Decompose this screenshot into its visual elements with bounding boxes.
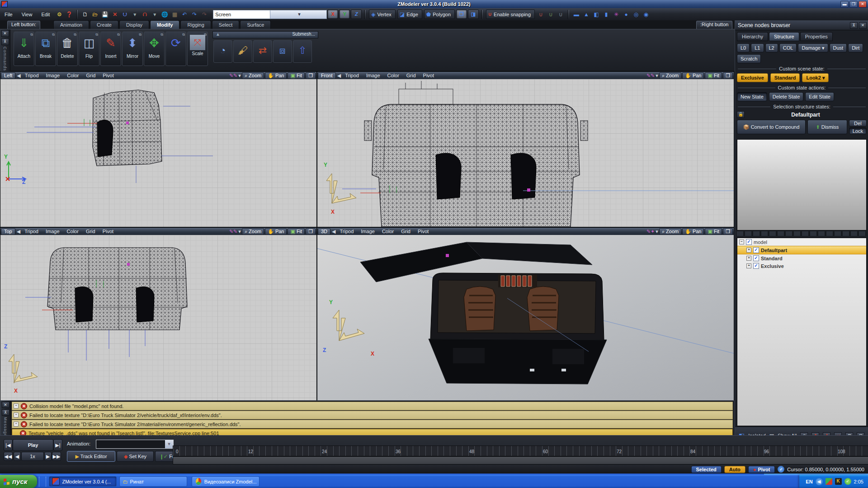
expand-corner-icon[interactable]: ⧉ xyxy=(30,33,33,37)
open-folder-icon[interactable]: 🗁 xyxy=(90,10,99,19)
collapse-group-icon[interactable]: ▲ xyxy=(216,32,220,37)
message-row[interactable]: + ✕ Collision model file "model.pmc" not… xyxy=(12,402,733,410)
state-exclusive-button[interactable]: Exclusive xyxy=(737,73,768,82)
start-button[interactable]: пуск xyxy=(0,475,37,488)
close-panel-icon[interactable]: ✕ xyxy=(2,402,9,408)
maximize-viewport-icon[interactable]: ❒ xyxy=(306,228,316,235)
visibility-checkbox[interactable]: ✓ xyxy=(746,239,752,245)
edit-state-button[interactable]: Edit State xyxy=(805,92,834,101)
fit-tool-button[interactable]: ▣Fit xyxy=(705,72,722,79)
animation-select[interactable]: ▾ xyxy=(96,440,174,449)
collapse-icon[interactable]: ◀ xyxy=(17,73,20,79)
draw-mode-icons[interactable]: ✎✎ xyxy=(229,73,237,79)
settings-icon[interactable]: ⚙ xyxy=(55,10,64,19)
screen-select[interactable]: Screen ▾ xyxy=(213,10,327,19)
tree-row-standard[interactable]: + ✓ Standard xyxy=(737,254,866,262)
submesh-group-header[interactable]: ▲Submesh... xyxy=(212,31,318,38)
draw-mode-icons[interactable]: ✎✎ xyxy=(229,229,237,235)
speed-down-button[interactable]: ◀ xyxy=(14,452,21,461)
close-panel-icon[interactable]: ✕ xyxy=(859,22,867,29)
tripod-menu[interactable]: Tripod xyxy=(342,73,362,78)
expand-corner-icon[interactable]: ⧉ xyxy=(52,33,55,37)
state-standard-button[interactable]: Standard xyxy=(770,73,800,82)
draw-mode-dropdown-icon[interactable]: ▾ xyxy=(656,229,658,235)
quick-launch-separator[interactable] xyxy=(39,477,46,487)
submesh-surface-button[interactable]: ◔ xyxy=(213,40,232,63)
close-panel-icon[interactable]: ✕ xyxy=(1,30,9,37)
go-to-start-button[interactable]: |◀ xyxy=(4,439,13,451)
globe-icon[interactable]: 🌐 xyxy=(160,10,169,19)
pivot-mode-button[interactable]: ●Pivot xyxy=(748,466,775,473)
tab-animation[interactable]: Animation xyxy=(53,20,89,29)
speed-down-fast-button[interactable]: ◀◀ xyxy=(4,452,13,461)
snap-edge-magnet-icon[interactable]: ∪ xyxy=(546,10,555,19)
save-icon[interactable]: 💾 xyxy=(100,10,109,19)
new-state-button[interactable]: New State xyxy=(737,92,767,101)
submesh-detach-button[interactable]: ⇄ xyxy=(253,40,272,63)
image-menu[interactable]: Image xyxy=(363,73,383,78)
task-folder-rinat[interactable]: 🗀 Ринат xyxy=(119,476,187,487)
grid-menu[interactable]: Grid xyxy=(83,73,99,78)
primitive-geosphere-icon[interactable]: ◉ xyxy=(642,10,651,19)
color-menu[interactable]: Color xyxy=(379,229,397,234)
unlock-icon[interactable]: 🔓 xyxy=(737,111,745,118)
grid-menu[interactable]: Grid xyxy=(403,73,419,78)
export-icon[interactable]: ⮉ xyxy=(140,10,149,19)
import-icon[interactable]: ⮋ xyxy=(120,10,129,19)
tripod-menu[interactable]: Tripod xyxy=(337,229,357,234)
tab-modify[interactable]: Modify xyxy=(150,20,179,29)
tab-structure[interactable]: Structure xyxy=(769,32,799,41)
primitive-cube-icon[interactable]: ◧ xyxy=(592,10,601,19)
rotate-button[interactable]: ⧉⟳ xyxy=(165,32,186,66)
axis-x-toggle[interactable]: X xyxy=(327,9,338,19)
viewport-left-name[interactable]: Left xyxy=(1,72,15,79)
pivot-menu[interactable]: Pivot xyxy=(99,229,117,234)
mirror-button[interactable]: ⧉⬍Mirror xyxy=(122,32,143,66)
viewport-3d-canvas[interactable]: Y Z X xyxy=(317,235,734,400)
fit-tool-button[interactable]: ▣Fit xyxy=(288,228,305,235)
speed-up-fast-button[interactable]: ▶▶ xyxy=(52,452,61,461)
tab-display[interactable]: Display xyxy=(119,20,149,29)
timeline-ruler[interactable]: 0 12 24 36 48 60 72 84 96 108 xyxy=(173,446,868,456)
minimize-button[interactable]: ▬ xyxy=(840,1,849,8)
go-to-end-button[interactable]: ▶| xyxy=(53,439,62,451)
expand-corner-icon[interactable]: ⧉ xyxy=(160,33,163,37)
lock-button[interactable]: Lock xyxy=(849,127,867,134)
visibility-checkbox[interactable]: ✓ xyxy=(753,255,759,261)
pan-tool-button[interactable]: ✋Pan xyxy=(265,72,287,79)
task-zmodeler[interactable]: ZModeler ver 3.0.4 (... xyxy=(49,476,117,487)
expand-corner-icon[interactable]: ⧉ xyxy=(95,33,98,37)
viewport-3d[interactable]: 3D ◀ Tripod Image Color Grid Pivot ✎✦ ▾ … xyxy=(317,227,734,401)
image-menu[interactable]: Image xyxy=(358,229,378,234)
expand-message-icon[interactable]: + xyxy=(14,404,19,408)
lod-damage-button[interactable]: Damage ▾ xyxy=(798,43,828,52)
viewport-front-name[interactable]: Front xyxy=(318,72,336,79)
tab-surface[interactable]: Surface xyxy=(240,20,271,29)
dropdown-arrow-icon[interactable]: ▾ xyxy=(822,75,825,81)
maximize-button[interactable]: ❐ xyxy=(849,1,858,8)
status-check-icon[interactable]: ✓ xyxy=(778,466,784,473)
viewport-front-canvas[interactable]: Y X xyxy=(317,79,734,227)
maximize-viewport-icon[interactable]: ❒ xyxy=(723,228,733,235)
color-menu[interactable]: Color xyxy=(384,73,402,78)
draw-mode-dropdown-icon[interactable]: ▾ xyxy=(238,73,241,79)
tripod-menu[interactable]: Tripod xyxy=(22,73,42,78)
menu-view[interactable]: View xyxy=(17,10,37,19)
task-browser-videos[interactable]: Видеозаписи Zmodel... xyxy=(192,476,259,487)
undo-icon[interactable]: ↶ xyxy=(180,10,189,19)
export-dropdown-icon[interactable]: ▾ xyxy=(150,10,159,19)
tab-select[interactable]: Select xyxy=(212,20,240,29)
zoom-tool-button[interactable]: ⌕Zoom xyxy=(659,72,681,79)
speed-up-button[interactable]: ▶ xyxy=(44,452,52,461)
vertex-mode-button[interactable]: ◈ Vertex xyxy=(369,9,395,19)
collapse-icon[interactable]: ◀ xyxy=(337,73,341,79)
break-button[interactable]: ⧉⧉Break xyxy=(35,32,56,66)
pin-panel-icon[interactable]: ⊼ xyxy=(850,22,858,29)
tray-app-icon[interactable] xyxy=(826,478,832,485)
tab-properties[interactable]: Properties xyxy=(800,32,833,41)
expand-node-icon[interactable]: + xyxy=(746,248,751,253)
lod-col-button[interactable]: COL xyxy=(779,43,797,52)
move-button[interactable]: ⧉✥Move xyxy=(144,32,165,66)
lod-dirt-button[interactable]: Dirt xyxy=(848,43,863,52)
expand-corner-icon[interactable]: ⧉ xyxy=(204,33,207,37)
